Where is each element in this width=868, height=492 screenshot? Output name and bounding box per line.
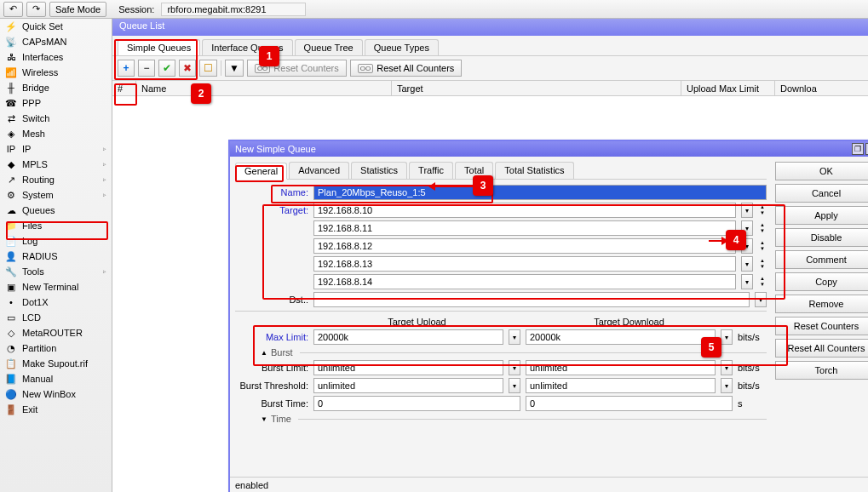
reset-all-counters-button[interactable]: Reset All Counters	[775, 339, 868, 358]
ok-button[interactable]: OK	[775, 162, 868, 180]
sidebar-item-radius[interactable]: 👤RADIUS	[0, 249, 112, 264]
dst-input[interactable]	[313, 292, 750, 307]
burst-limit-down-dropdown[interactable]: ▾	[721, 360, 733, 375]
sidebar-item-exit[interactable]: 🚪Exit	[0, 402, 112, 417]
disable-button[interactable]: ✖	[179, 60, 196, 77]
target-up-0[interactable]: ▲	[758, 204, 767, 210]
burst-th-down-dropdown[interactable]: ▾	[721, 378, 733, 393]
col-name[interactable]: Name	[136, 81, 392, 95]
max-limit-down-input[interactable]	[526, 329, 716, 345]
sidebar-item-routing[interactable]: ↗Routing▹	[0, 172, 112, 187]
sidebar-item-system[interactable]: ⚙System▹	[0, 187, 112, 203]
target-input-2[interactable]	[313, 238, 736, 254]
burst-collapse-icon[interactable]: ▲	[261, 349, 267, 357]
sidebar-item-partition[interactable]: ◔Partition	[0, 340, 112, 356]
apply-button[interactable]: Apply	[775, 206, 868, 225]
disable-button[interactable]: Disable	[775, 228, 868, 247]
target-dropdown-3[interactable]: ▾	[741, 256, 753, 272]
sidebar-item-ppp[interactable]: ☎PPP	[0, 95, 112, 111]
burst-limit-up-dropdown[interactable]: ▾	[509, 360, 520, 375]
target-down-2[interactable]: ▼	[758, 246, 767, 252]
dialog-tab-statistics[interactable]: Statistics	[351, 162, 407, 179]
dialog-tab-general[interactable]: General	[235, 163, 287, 180]
max-limit-down-dropdown[interactable]: ▾	[721, 329, 733, 345]
max-limit-up-dropdown[interactable]: ▾	[509, 329, 520, 345]
sidebar-item-manual[interactable]: 📘Manual	[0, 371, 112, 386]
cancel-button[interactable]: Cancel	[775, 184, 868, 203]
target-up-3[interactable]: ▲	[758, 258, 767, 264]
dialog-tab-traffic[interactable]: Traffic	[409, 162, 453, 179]
target-up-1[interactable]: ▲	[758, 222, 767, 228]
target-input-4[interactable]	[313, 274, 736, 289]
sidebar-item-interfaces[interactable]: 🖧Interfaces	[0, 49, 112, 65]
target-dropdown-4[interactable]: ▾	[741, 274, 753, 289]
target-up-2[interactable]: ▲	[758, 240, 767, 246]
sidebar-item-files[interactable]: 📁Files	[0, 218, 112, 233]
target-dropdown-1[interactable]: ▾	[741, 220, 753, 236]
burst-limit-up-input[interactable]	[313, 360, 503, 375]
sidebar-item-lcd[interactable]: ▭LCD	[0, 310, 112, 325]
tab-interface-queues[interactable]: Interface Queues	[202, 39, 292, 55]
restore-icon[interactable]: ❐	[852, 143, 864, 155]
remove-button[interactable]: −	[138, 60, 155, 77]
sidebar-item-capsman[interactable]: 📡CAPsMAN	[0, 34, 112, 49]
copy-button[interactable]: Copy	[775, 272, 868, 291]
target-input-0[interactable]	[313, 203, 736, 218]
time-expand-icon[interactable]: ▼	[261, 415, 267, 423]
add-button[interactable]: +	[118, 60, 135, 77]
target-dropdown-2[interactable]: ▾	[741, 238, 753, 254]
dialog-tab-total[interactable]: Total	[455, 162, 493, 179]
reset-all-counters-button[interactable]: OO Reset All Counters	[350, 60, 463, 77]
sidebar-item-new-winbox[interactable]: 🔵New WinBox	[0, 386, 112, 402]
target-down-3[interactable]: ▼	[758, 264, 767, 270]
target-down-4[interactable]: ▼	[758, 282, 767, 288]
sidebar-item-make-supout-rif[interactable]: 📋Make Supout.rif	[0, 356, 112, 371]
remove-button[interactable]: Remove	[775, 295, 868, 313]
sidebar-item-ip[interactable]: IPIP▹	[0, 141, 112, 157]
dst-dropdown[interactable]: ▾	[755, 292, 767, 307]
reset-counters-button[interactable]: Reset Counters	[775, 317, 868, 335]
filter-button[interactable]: ▼	[225, 60, 244, 77]
sidebar-item-mesh[interactable]: ◈Mesh	[0, 126, 112, 141]
burst-th-up-dropdown[interactable]: ▾	[509, 378, 520, 393]
comment-button[interactable]: Comment	[775, 250, 868, 269]
tab-queue-tree[interactable]: Queue Tree	[295, 39, 363, 55]
undo-button[interactable]: ↶	[3, 2, 23, 17]
tab-queue-types[interactable]: Queue Types	[365, 39, 439, 55]
target-input-3[interactable]	[313, 256, 736, 272]
target-down-1[interactable]: ▼	[758, 228, 767, 234]
dialog-titlebar[interactable]: New Simple Queue ❐ ✕	[230, 141, 868, 157]
burst-th-down-input[interactable]	[526, 378, 716, 393]
sidebar-item-wireless[interactable]: 📶Wireless	[0, 65, 112, 80]
target-up-4[interactable]: ▲	[758, 276, 767, 282]
burst-th-up-input[interactable]	[313, 378, 503, 393]
redo-button[interactable]: ↷	[26, 2, 46, 17]
target-dropdown-0[interactable]: ▾	[741, 203, 753, 218]
reset-counters-button[interactable]: OO Reset Counters	[247, 60, 347, 77]
sidebar-item-metarouter[interactable]: ◇MetaROUTER	[0, 325, 112, 340]
max-limit-up-input[interactable]	[313, 329, 503, 345]
sidebar-item-dot1x[interactable]: •Dot1X	[0, 295, 112, 310]
sidebar-item-switch[interactable]: ⇄Switch	[0, 111, 112, 126]
col-upload[interactable]: Upload Max Limit	[681, 81, 775, 95]
tab-simple-queues[interactable]: Simple Queues	[118, 39, 200, 55]
sidebar-item-mpls[interactable]: ◆MPLS▹	[0, 157, 112, 172]
sidebar-item-bridge[interactable]: ╫Bridge	[0, 80, 112, 95]
sidebar-item-quick-set[interactable]: ⚡Quick Set	[0, 19, 112, 34]
comment-button[interactable]: ☐	[199, 60, 217, 77]
name-input[interactable]	[313, 185, 767, 200]
col-download[interactable]: Downloa	[775, 81, 868, 95]
safe-mode-button[interactable]: Safe Mode	[49, 2, 106, 17]
target-down-0[interactable]: ▼	[758, 210, 767, 216]
torch-button[interactable]: Torch	[775, 361, 868, 380]
dialog-tab-advanced[interactable]: Advanced	[289, 162, 349, 179]
col-hash[interactable]: #	[112, 81, 136, 95]
burst-limit-down-input[interactable]	[526, 360, 716, 375]
burst-time-down-input[interactable]	[526, 396, 733, 411]
sidebar-item-log[interactable]: 📄Log	[0, 233, 112, 249]
sidebar-item-new-terminal[interactable]: ▣New Terminal	[0, 279, 112, 295]
burst-time-up-input[interactable]	[313, 396, 520, 411]
target-input-1[interactable]	[313, 220, 736, 236]
enable-button[interactable]: ✔	[158, 60, 175, 77]
dialog-tab-total-statistics[interactable]: Total Statistics	[495, 162, 573, 179]
